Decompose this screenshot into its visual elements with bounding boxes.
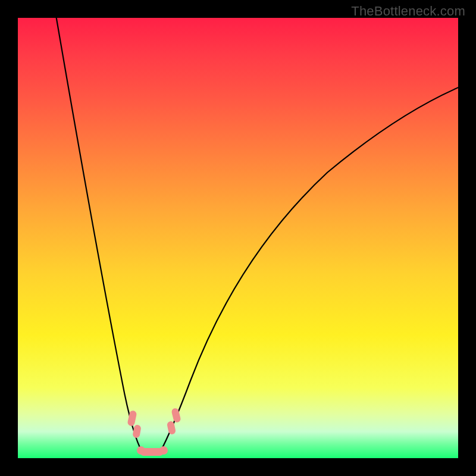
data-marker <box>137 446 145 455</box>
bottleneck-curve <box>18 18 458 458</box>
curve-right-branch <box>159 86 458 453</box>
chart-plot-area <box>18 18 458 458</box>
data-marker <box>159 446 168 455</box>
watermark-text: TheBottleneck.com <box>351 4 465 19</box>
curve-left-branch <box>55 18 143 453</box>
